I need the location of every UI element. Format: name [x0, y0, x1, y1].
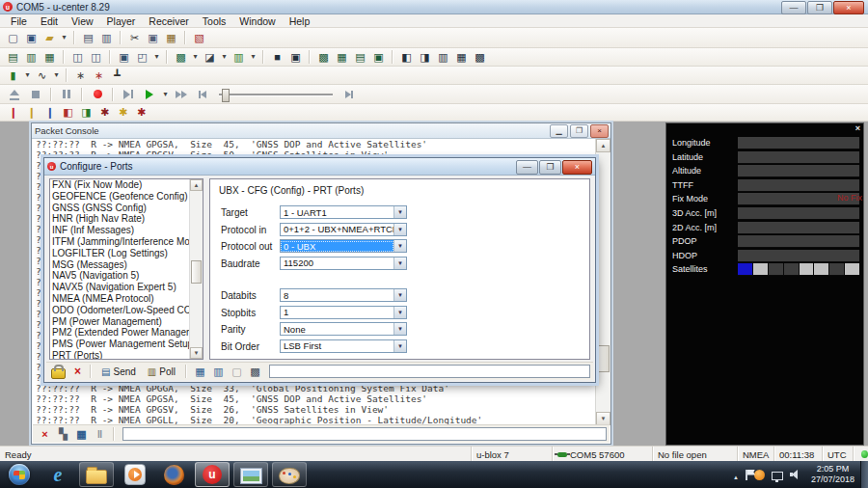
config-list-item-nav5[interactable]: NAV5 (Navigation 5) — [50, 270, 203, 282]
chevron-down-icon[interactable]: ▼ — [393, 340, 406, 352]
discard-changes-icon[interactable]: × — [74, 365, 81, 378]
chevron-down-icon[interactable]: ▼ — [393, 307, 406, 318]
configuration-view-icon[interactable]: ◰ — [134, 49, 150, 65]
hex-editor-icon[interactable]: ▩ — [247, 364, 263, 379]
skip-to-start-button[interactable] — [194, 87, 211, 102]
taskbar-firefox[interactable] — [156, 462, 191, 487]
packet-console-scrollbar[interactable]: ▲ ▼ — [595, 139, 610, 425]
packet-console-minimize-button[interactable]: ▁ — [550, 124, 568, 138]
copy-icon[interactable]: ▣ — [145, 30, 161, 45]
config-list-item-gnss[interactable]: GNSS (GNSS Config) — [50, 203, 203, 214]
menu-item-view[interactable]: View — [65, 15, 100, 27]
chevron-down-icon[interactable]: ▼ — [393, 240, 406, 252]
playback-position-slider[interactable] — [219, 87, 333, 102]
message-config-icon[interactable]: ✱ — [133, 105, 149, 121]
scroll-down-icon[interactable]: ▼ — [190, 347, 203, 359]
dock-right-icon[interactable]: ◨ — [417, 49, 433, 65]
config-list-item-nmea[interactable]: NMEA (NMEA Protocol) — [50, 293, 203, 305]
taskbar-u-center[interactable] — [195, 462, 230, 487]
dialog-close-button[interactable]: × — [562, 160, 592, 175]
hot-start-icon[interactable]: ❙ — [5, 105, 21, 121]
menu-item-tools[interactable]: Tools — [196, 15, 233, 27]
config-list-item-geofence[interactable]: GEOFENCE (Geofence Config) — [50, 191, 203, 203]
config-list-item-inf[interactable]: INF (Inf Messages) — [50, 225, 203, 236]
packet-console-restore-button[interactable]: ❐ — [570, 124, 588, 138]
tray-flag-icon[interactable] — [746, 470, 747, 480]
data-panel-close-icon[interactable]: × — [855, 123, 860, 133]
log-console-icon[interactable]: ▦ — [73, 426, 90, 442]
scroll-down-icon[interactable]: ▼ — [596, 412, 610, 425]
warm-start-icon[interactable]: ❙ — [23, 105, 40, 121]
dialog-minimize-button[interactable]: — — [516, 160, 538, 175]
scrollbar-thumb[interactable] — [191, 260, 202, 284]
connect-port-icon[interactable]: ▮ — [5, 68, 21, 83]
maximize-button[interactable]: ❐ — [807, 1, 832, 14]
save-file-icon[interactable]: ▣ — [23, 30, 40, 45]
protocol-out-select[interactable]: 0 - UBX▼ — [280, 239, 407, 253]
start-button[interactable] — [2, 462, 37, 487]
filter-console-icon[interactable]: ▚ — [55, 426, 71, 442]
histogram-view-dropdown[interactable]: ▾ — [249, 49, 258, 65]
text-console-icon[interactable]: ▦ — [41, 49, 58, 65]
send-button[interactable]: ▤Send — [96, 365, 141, 379]
baudrate-select[interactable]: 115200▼ — [280, 257, 407, 270]
cut-icon[interactable]: ✂ — [126, 30, 143, 45]
config-list-scrollbar[interactable]: ▲ ▼ — [189, 179, 203, 359]
config-list-item-itfm[interactable]: ITFM (Jamming/Interference Monitor) — [50, 236, 203, 248]
record-button[interactable] — [89, 87, 106, 102]
pause-console-icon[interactable]: ‖ — [92, 426, 108, 442]
play-button[interactable] — [141, 87, 158, 102]
open-file-dropdown[interactable]: ▾ — [60, 30, 68, 45]
config-list-item-pm[interactable]: PM (Power Management) — [50, 316, 203, 328]
config-message-list[interactable]: ▲ ▼ FXN (Fix Now Mode)GEOFENCE (Geofence… — [49, 178, 203, 360]
clear-console-icon[interactable]: × — [37, 426, 53, 442]
histogram-view-icon[interactable]: ▥ — [231, 49, 247, 65]
protocol-in-select[interactable]: 0+1+2 - UBX+NMEA+RTCM2▼ — [280, 223, 407, 236]
poll-all-messages-icon[interactable]: ▦ — [192, 364, 208, 379]
play-dropdown[interactable]: ▾ — [161, 87, 170, 102]
baudrate-dropdown[interactable]: ▾ — [52, 68, 61, 83]
config-list-item-pm2[interactable]: PM2 (Extended Power Management) — [50, 327, 203, 339]
poll-button[interactable]: ▥Poll — [143, 365, 180, 379]
scrollbar-thumb[interactable] — [597, 345, 610, 372]
console-filter-input[interactable] — [122, 427, 607, 441]
parity-select[interactable]: None▼ — [280, 322, 407, 336]
taskbar-photo-viewer[interactable] — [233, 462, 268, 487]
poll-current-message-icon[interactable]: ▥ — [210, 364, 227, 379]
speedometer-view-icon[interactable]: ▤ — [352, 49, 368, 65]
print-preview-icon[interactable]: ▥ — [98, 30, 115, 45]
antenna-config-icon[interactable]: ✱ — [115, 105, 131, 121]
receiver-reset-icon[interactable]: ◧ — [60, 105, 76, 121]
chevron-down-icon[interactable]: ▼ — [393, 258, 406, 269]
gnss-config-icon[interactable]: ✱ — [96, 105, 113, 121]
new-file-icon[interactable]: ▢ — [5, 30, 21, 45]
map-view-icon[interactable]: ▩ — [173, 49, 189, 65]
camera-view-icon[interactable]: ■ — [269, 49, 285, 65]
config-list-item-msg[interactable]: MSG (Messages) — [50, 259, 203, 271]
config-list-item-navx5[interactable]: NAVX5 (Navigation Expert 5) — [50, 282, 203, 293]
split-vertical-icon[interactable]: ◫ — [88, 49, 104, 65]
tray-net-icon[interactable] — [772, 472, 783, 480]
autobauding-icon[interactable]: ∗ — [72, 68, 89, 83]
tray-orange-icon[interactable] — [754, 470, 765, 480]
map-view-dropdown[interactable]: ▾ — [191, 49, 200, 65]
chevron-down-icon[interactable]: ▼ — [393, 323, 406, 335]
stop-messages-icon[interactable]: ∗ — [91, 68, 107, 83]
packet-console-icon[interactable]: ▤ — [5, 49, 21, 65]
dock-top-icon[interactable]: ▥ — [435, 49, 451, 65]
disable-messages-icon[interactable]: ▧ — [191, 30, 207, 45]
skip-to-end-button[interactable] — [340, 87, 358, 102]
receiver-restart-icon[interactable]: ◨ — [78, 105, 95, 121]
chevron-down-icon[interactable]: ▼ — [393, 206, 406, 218]
step-forward-button[interactable] — [120, 87, 137, 102]
paste-icon[interactable]: ▦ — [163, 30, 179, 45]
slider-thumb[interactable] — [222, 89, 230, 102]
value-editor-icon[interactable]: ▢ — [229, 364, 245, 379]
configuration-view-dropdown[interactable]: ▾ — [152, 49, 161, 65]
chart-view-dropdown[interactable]: ▾ — [220, 49, 229, 65]
split-horizontal-icon[interactable]: ◫ — [69, 49, 86, 65]
connect-port-dropdown[interactable]: ▾ — [23, 68, 32, 83]
baudrate-icon[interactable]: ∿ — [34, 68, 50, 83]
chevron-down-icon[interactable]: ▼ — [393, 289, 406, 301]
tray-vol-icon[interactable] — [790, 469, 801, 480]
